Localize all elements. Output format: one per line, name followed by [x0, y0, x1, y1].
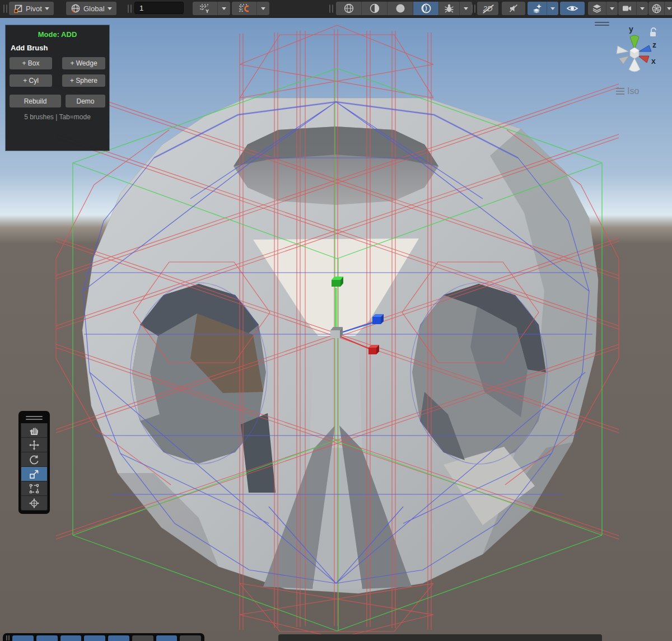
draw-mode-dropdown[interactable]: [460, 2, 472, 15]
effects-button[interactable]: [528, 2, 547, 15]
bottom-toolbar-button[interactable]: [132, 635, 153, 641]
half-shaded-sphere-icon: [369, 3, 380, 14]
move-icon: [29, 439, 40, 451]
add-sphere-button[interactable]: + Sphere: [62, 74, 105, 87]
bottom-toolbar-drag-handle[interactable]: [6, 635, 10, 640]
gizmo-center-handle[interactable]: [330, 327, 343, 338]
svg-text:Y: Y: [206, 8, 209, 13]
draw-mode-group: [336, 2, 472, 15]
rotate-tool-button[interactable]: [21, 452, 48, 467]
bottom-toolbar-button[interactable]: [180, 635, 201, 641]
visibility-eye-button[interactable]: [560, 2, 585, 15]
gizmos-dropdown[interactable]: [665, 2, 672, 15]
demo-button[interactable]: Demo: [66, 95, 105, 107]
axis-x-label: x: [651, 57, 656, 65]
toolbar-drag-handle[interactable]: [128, 2, 132, 15]
chevron-down-icon: [640, 7, 645, 10]
transform-tool-button[interactable]: [21, 496, 48, 511]
toolbar-drag-handle[interactable]: [329, 2, 333, 15]
add-box-button[interactable]: + Box: [10, 57, 52, 69]
rotate-icon: [29, 454, 40, 465]
grid-snap-magnet-button[interactable]: [232, 2, 256, 15]
brush-status-text: 5 brushes | Tab=mode: [6, 107, 109, 121]
camera-button[interactable]: [618, 2, 636, 15]
add-brush-panel: Mode: ADD Add Brush + Box + Wedge + Cyl …: [6, 25, 109, 151]
add-cyl-button[interactable]: + Cyl: [10, 74, 52, 87]
transform-icon: [29, 498, 40, 509]
axis-y-cone[interactable]: [630, 35, 639, 49]
bottom-toolbar-button[interactable]: [108, 635, 129, 641]
rect-tool-button[interactable]: [21, 481, 48, 496]
scene-orientation-gizmo[interactable]: y z x: [606, 22, 662, 78]
projection-menu-icon: [616, 88, 624, 95]
audio-mute-button[interactable]: [502, 2, 525, 15]
axis-negy-cone[interactable]: [629, 58, 640, 72]
layers-dropdown[interactable]: [606, 2, 618, 15]
axis-x-cone[interactable]: [638, 56, 649, 63]
projection-switch[interactable]: Iso: [616, 86, 639, 96]
lock-icon[interactable]: [650, 28, 656, 36]
grid-snap-dropdown[interactable]: [257, 2, 269, 15]
add-wedge-button[interactable]: + Wedge: [62, 57, 105, 69]
grid-snap-magnet-icon: [239, 3, 250, 14]
gizmos-button[interactable]: [648, 2, 664, 15]
bottom-toolbar-clipped: [3, 633, 204, 641]
chevron-down-icon: [464, 7, 468, 10]
chevron-down-icon: [261, 7, 265, 10]
solid-sphere-button[interactable]: [388, 2, 413, 15]
bottom-toolbar-button[interactable]: [60, 635, 82, 641]
pivot-toggle-button[interactable]: Pivot: [9, 2, 54, 15]
grid-snap-y-group: Y: [193, 2, 230, 15]
grid-snap-group: [232, 2, 269, 15]
pivot-label: Pivot: [26, 4, 42, 13]
layers-button[interactable]: [588, 2, 606, 15]
grid-axis-y-button[interactable]: Y: [193, 2, 217, 15]
gizmo-y-handle[interactable]: [332, 277, 343, 287]
main-toolbar: Pivot Global Y: [0, 0, 672, 18]
chevron-down-icon: [667, 7, 671, 10]
crescent-moon-button[interactable]: [413, 2, 438, 15]
debug-bug-button[interactable]: [439, 2, 459, 15]
global-label: Global: [83, 4, 105, 13]
axis-negz-cone[interactable]: [619, 56, 629, 64]
csg-model[interactable]: [82, 98, 598, 593]
globe-icon: [71, 3, 81, 13]
global-toggle-button[interactable]: Global: [66, 2, 116, 15]
snap-increment-input[interactable]: [134, 2, 184, 14]
camera-dropdown[interactable]: [637, 2, 648, 15]
shaded-wireframe-sphere-button[interactable]: [336, 2, 361, 15]
chevron-down-icon: [222, 7, 226, 10]
half-shaded-sphere-button[interactable]: [362, 2, 387, 15]
rebuild-button[interactable]: Rebuild: [10, 95, 61, 107]
gizmo-z-handle[interactable]: [372, 314, 384, 324]
projection-label: Iso: [627, 86, 639, 96]
toolbar-drag-handle[interactable]: [472, 2, 475, 15]
tools-drag-handle[interactable]: [21, 415, 48, 423]
rect-icon: [29, 483, 40, 494]
effects-dropdown[interactable]: [547, 2, 558, 15]
chevron-down-icon: [550, 7, 555, 10]
bottom-toolbar-button[interactable]: [156, 635, 178, 641]
grid-axis-dropdown[interactable]: [218, 2, 230, 15]
bottom-toolbar-button[interactable]: [84, 635, 105, 641]
move-tool-button[interactable]: [21, 438, 48, 452]
chevron-down-icon: [45, 7, 49, 10]
bottom-toolbar-button[interactable]: [12, 635, 34, 641]
gizmo-center-cube[interactable]: [630, 48, 639, 59]
solid-sphere-icon: [395, 3, 406, 14]
bottom-toolbar-button[interactable]: [36, 635, 58, 641]
gizmo-x-handle[interactable]: [368, 345, 379, 354]
axis-negx-cone[interactable]: [617, 46, 628, 54]
bottom-panel-clipped: [278, 634, 602, 641]
2d-toggle-button[interactable]: 2D: [477, 2, 498, 15]
camera-icon: [622, 4, 632, 12]
toolbar-drag-handle[interactable]: [3, 2, 7, 15]
layers-icon: [592, 4, 602, 13]
axis-z-label: z: [652, 40, 656, 49]
axis-z-cone[interactable]: [639, 45, 651, 52]
scale-tool-button[interactable]: [21, 467, 48, 481]
2d-toggle-label: 2D: [483, 4, 493, 13]
view-hand-tool-button[interactable]: [21, 423, 48, 438]
axis-y-label: y: [629, 25, 633, 34]
audio-mute-icon: [508, 3, 519, 13]
